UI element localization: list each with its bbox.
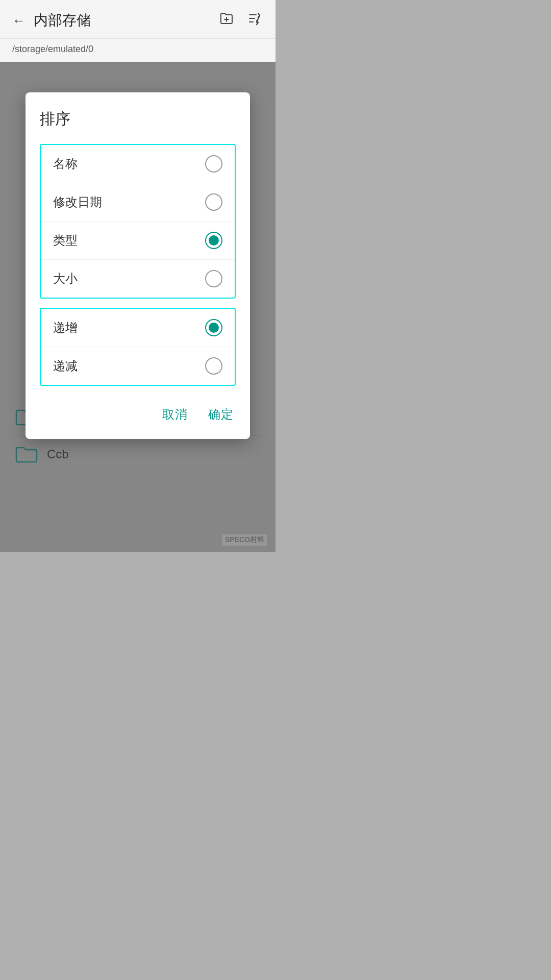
sort-option-name-radio[interactable] [205, 155, 222, 173]
page-title: 内部存储 [34, 11, 91, 30]
sort-option-type-radio[interactable] [205, 232, 222, 249]
new-folder-button[interactable] [217, 9, 236, 31]
sort-dialog: 排序 名称 修改日期 类型 [26, 92, 250, 439]
modal-overlay: 排序 名称 修改日期 类型 [0, 62, 276, 552]
sort-option-size-label: 大小 [53, 271, 78, 287]
cancel-button[interactable]: 取消 [160, 402, 190, 427]
sort-option-date[interactable]: 修改日期 [41, 183, 235, 222]
dialog-actions: 取消 确定 [40, 398, 236, 427]
sort-option-name-label: 名称 [53, 156, 78, 172]
sort-option-name[interactable]: 名称 [41, 145, 235, 183]
sort-criteria-group: 名称 修改日期 类型 大小 [40, 144, 236, 299]
file-list-bg: 排序 名称 修改日期 类型 [0, 62, 276, 552]
sort-button[interactable] [246, 9, 263, 31]
sort-order-group: 递增 递减 [40, 308, 236, 386]
sort-order-desc-label: 递减 [53, 358, 78, 374]
sort-option-size-radio[interactable] [205, 270, 222, 287]
breadcrumb-path: /storage/emulated/0 [12, 44, 93, 54]
top-bar-left: ← 内部存储 [12, 11, 91, 30]
sort-option-type-label: 类型 [53, 232, 78, 249]
sort-option-size[interactable]: 大小 [41, 260, 235, 298]
top-bar-right [217, 9, 263, 31]
dialog-title: 排序 [40, 109, 236, 130]
sort-order-desc-radio[interactable] [205, 357, 222, 375]
breadcrumb: /storage/emulated/0 [0, 39, 276, 62]
sort-option-type[interactable]: 类型 [41, 222, 235, 260]
top-bar: ← 内部存储 [0, 0, 276, 39]
sort-option-date-radio[interactable] [205, 193, 222, 211]
sort-order-asc-label: 递增 [53, 320, 78, 336]
sort-option-date-label: 修改日期 [53, 194, 102, 210]
confirm-button[interactable]: 确定 [206, 402, 236, 427]
sort-order-desc[interactable]: 递减 [41, 347, 235, 385]
sort-order-asc-radio[interactable] [205, 319, 222, 336]
sort-order-asc[interactable]: 递增 [41, 309, 235, 347]
back-button[interactable]: ← [12, 14, 26, 27]
